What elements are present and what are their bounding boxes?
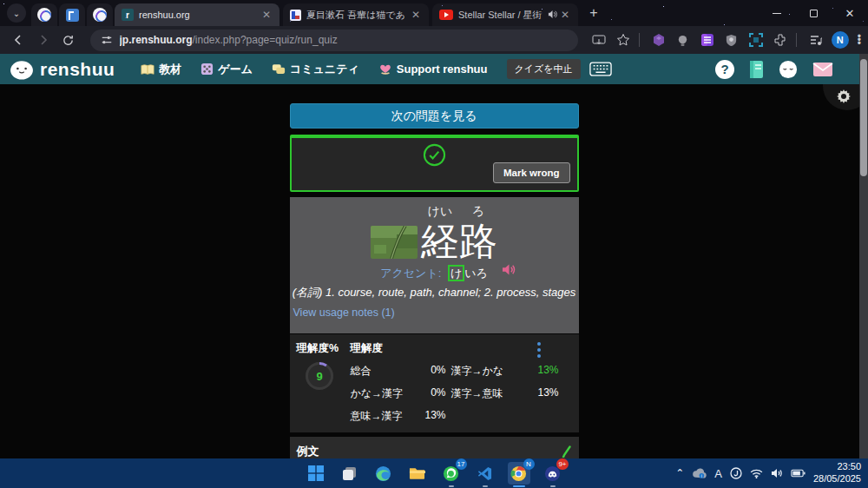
forward-button[interactable] [32, 29, 54, 51]
tab-search-button[interactable]: ⌄ [7, 3, 26, 23]
pinned-tab-2[interactable] [59, 3, 85, 26]
brand-name: renshuu [40, 59, 115, 80]
mail-icon[interactable] [812, 62, 833, 77]
edit-pencil-icon[interactable] [562, 445, 572, 458]
system-tray: ⌃ i A 23:50 28/05/2025 [675, 461, 861, 485]
nav-games[interactable]: ゲーム [201, 62, 253, 77]
taskbar-clock[interactable]: 23:50 28/05/2025 [813, 461, 861, 485]
tray-app-icon[interactable] [730, 467, 742, 479]
new-tab-button[interactable]: + [583, 3, 604, 23]
media-queue-icon[interactable] [806, 30, 826, 50]
audio-play-icon[interactable] [502, 263, 516, 280]
onedrive-icon[interactable]: i [692, 468, 707, 478]
ime-mode-indicator[interactable]: A [714, 467, 722, 480]
answer-result-box: Mark wrong [290, 135, 579, 192]
example-header: 例文 [297, 444, 319, 458]
file-explorer-icon[interactable] [406, 462, 429, 485]
profile-avatar[interactable]: N [830, 30, 851, 50]
mark-wrong-button[interactable]: Mark wrong [493, 162, 570, 183]
windows-taskbar: 17 N 9+ [0, 458, 868, 488]
extension-bulb-icon[interactable] [673, 30, 694, 50]
keyboard-icon[interactable] [589, 62, 612, 76]
bookmark-star-icon[interactable] [613, 30, 634, 50]
stat-value: 0% [413, 386, 451, 401]
extension-reader-icon[interactable] [697, 30, 718, 50]
volume-icon[interactable] [771, 468, 783, 478]
furigana: けい ろ [421, 204, 497, 220]
tab-natsume[interactable]: 夏目漱石 吾輩は猫である ✕ [283, 3, 429, 26]
hidden-icons-chevron[interactable]: ⌃ [675, 467, 684, 479]
maximize-button[interactable] [795, 0, 832, 26]
tab-close-icon[interactable]: ✕ [559, 9, 571, 21]
correct-check-icon [423, 143, 446, 167]
extension-shield-icon[interactable] [721, 30, 742, 50]
stat-value: 13% [413, 409, 451, 424]
nav-community[interactable]: コミュニティ [272, 62, 359, 77]
renshuu-logo[interactable]: renshuu [9, 59, 115, 80]
minimize-button[interactable] [759, 0, 795, 26]
back-button[interactable] [7, 29, 29, 51]
scrollbar-thumb[interactable] [860, 59, 867, 176]
stats-left-header: 理解度% [297, 341, 351, 356]
task-view-button[interactable] [339, 462, 361, 485]
tab-close-icon[interactable]: ✕ [410, 9, 422, 21]
page-scrollbar[interactable] [859, 54, 868, 458]
nav-support[interactable]: Support renshuu [378, 63, 488, 76]
tab-renshuu[interactable]: r renshuu.org ✕ [115, 3, 279, 26]
book-icon [141, 63, 155, 76]
extensions-puzzle-icon[interactable] [770, 30, 791, 50]
youtube-favicon [439, 10, 453, 20]
site-settings-icon[interactable] [101, 34, 113, 46]
stat-label: かな→漢字 [351, 386, 413, 401]
pinned-tab-1[interactable] [31, 3, 57, 26]
whatsapp-badge: 17 [456, 458, 467, 470]
url-text: jp.renshuu.org/index.php?page=quiz/run_q… [120, 34, 338, 46]
accent-boxed-kana: け [448, 265, 464, 281]
pinned-tab-3-icon [93, 8, 107, 22]
send-to-device-icon[interactable] [589, 30, 609, 50]
tab-audio-icon[interactable] [548, 10, 557, 21]
discord-icon[interactable]: 9+ [542, 462, 564, 485]
start-button[interactable] [305, 462, 327, 485]
browser-tab-strip: ⌄ r renshuu.org ✕ 夏目漱石 吾輩は猫である ✕ Stellar… [0, 0, 868, 26]
tab-title: Stellar Stellar / 星街すいせい [458, 9, 542, 22]
edge-icon[interactable] [372, 462, 395, 485]
word-image[interactable] [371, 226, 418, 259]
clock-time: 23:50 [813, 461, 861, 473]
stat-value: 13% [526, 364, 564, 379]
extension-gem-icon[interactable] [648, 30, 669, 50]
stat-value: 13% [526, 386, 564, 401]
chat-icon [272, 63, 286, 76]
address-bar[interactable]: jp.renshuu.org/index.php?page=quiz/run_q… [90, 30, 578, 51]
clock-date: 28/05/2025 [813, 473, 861, 485]
score-value: 9 [316, 370, 322, 383]
battery-icon[interactable] [791, 469, 806, 478]
toolbar-right: N ••• [585, 30, 861, 50]
score-ring: 9 [304, 360, 335, 392]
close-window-button[interactable]: ✕ [832, 0, 868, 26]
refresh-button[interactable] [57, 29, 79, 51]
usage-notes-link[interactable]: View usage notes (1) [290, 307, 579, 319]
pinned-tab-3[interactable] [87, 3, 113, 26]
extension-capture-icon[interactable] [746, 30, 766, 50]
notebook-icon[interactable] [748, 60, 764, 79]
tab-close-icon[interactable]: ✕ [260, 9, 273, 21]
nav-materials[interactable]: 教材 [141, 62, 181, 77]
vscode-icon[interactable] [474, 462, 496, 485]
tab-youtube[interactable]: Stellar Stellar / 星街すいせい ✕ [432, 3, 578, 26]
quit-quiz-button[interactable]: クイズを中止 [507, 59, 581, 79]
stats-menu-icon[interactable] [537, 342, 541, 358]
accent-rest: いろ [464, 267, 488, 280]
browser-menu-icon[interactable]: ••• [858, 35, 861, 45]
next-question-button[interactable]: 次の問題を見る [290, 103, 579, 129]
mascot-menu-icon[interactable] [778, 60, 799, 79]
whatsapp-icon[interactable]: 17 [440, 462, 463, 485]
toolbar-divider [639, 33, 640, 47]
chrome-icon[interactable]: N [508, 462, 530, 485]
furigana-ro: ろ [459, 204, 497, 220]
stats-grid: 総合 0% 漢字→かな 13% かな→漢字 0% 漢字→意味 13% 意味→漢字… [351, 364, 572, 424]
nav-label: Support renshuu [397, 63, 488, 76]
help-icon[interactable]: ? [715, 60, 734, 79]
wifi-icon[interactable] [750, 469, 763, 478]
header-icons: ? [715, 60, 833, 79]
